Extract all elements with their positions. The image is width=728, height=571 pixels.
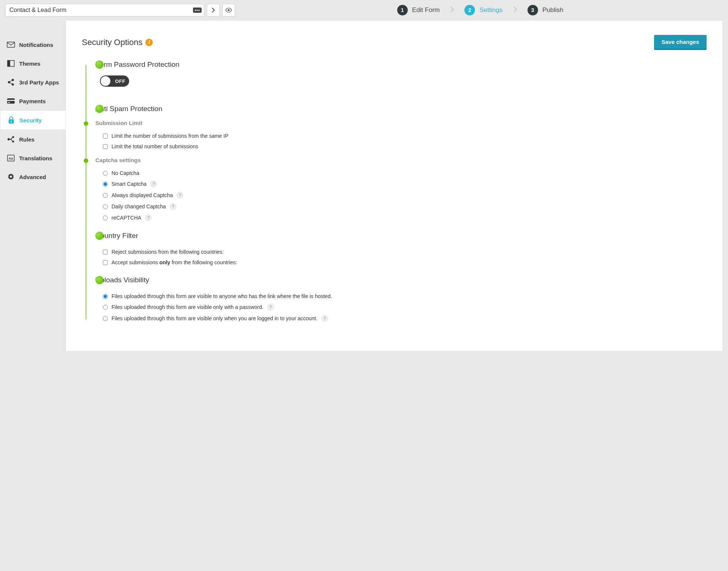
sidebar-item-themes[interactable]: Themes <box>0 54 66 73</box>
radio-option[interactable]: No Captcha <box>103 168 707 178</box>
chevron-right-icon <box>450 6 454 14</box>
option-label: reCAPTCHA <box>112 215 141 221</box>
sidebar-item-label: Advanced <box>19 174 46 180</box>
wizard-step-number: 2 <box>464 5 475 15</box>
radio-option[interactable]: Always displayed Captcha? <box>103 190 707 201</box>
help-icon[interactable]: ? <box>170 203 176 210</box>
option-label: Files uploaded through this form are vis… <box>112 293 332 299</box>
wizard-step-settings[interactable]: 2Settings <box>464 5 502 15</box>
timeline-node <box>95 105 104 113</box>
option-label: No Captcha <box>112 170 139 176</box>
radio[interactable] <box>103 215 108 220</box>
checkbox-option[interactable]: Limit the total number of submissions <box>103 141 707 152</box>
checkbox-option[interactable]: Limit the number of submissions from the… <box>103 131 707 141</box>
svg-rect-11 <box>11 121 12 122</box>
help-icon[interactable]: ? <box>176 192 183 199</box>
svg-point-6 <box>12 83 14 86</box>
mail-icon <box>7 41 15 49</box>
radio[interactable] <box>103 204 108 209</box>
checkbox-option[interactable]: Accept submissions only from the followi… <box>103 257 707 268</box>
form-name-input[interactable] <box>9 7 193 14</box>
form-name-field[interactable]: ••• <box>5 4 204 17</box>
chevron-right-icon <box>513 6 517 14</box>
help-icon[interactable]: ? <box>321 315 328 322</box>
radio[interactable] <box>103 182 108 187</box>
radio[interactable] <box>103 171 108 176</box>
checkbox-option[interactable]: Reject submissions from the following co… <box>103 247 707 257</box>
share-icon <box>7 78 15 86</box>
sidebar-item-label: Translations <box>19 155 52 161</box>
preview-button[interactable] <box>222 4 235 17</box>
section-country-filter: Country Filter <box>95 232 707 240</box>
checkbox[interactable] <box>103 260 108 265</box>
radio-option[interactable]: Files uploaded through this form are vis… <box>103 291 707 301</box>
option-label: Always displayed Captcha <box>112 192 173 198</box>
option-label: Reject submissions from the following co… <box>112 249 224 255</box>
sidebar-item-label: Notifications <box>19 42 53 48</box>
sidebar-item-label: Security <box>20 117 42 124</box>
radio[interactable] <box>103 294 108 299</box>
sidebar-item-notifications[interactable]: Notifications <box>0 35 66 54</box>
wizard-step-publish[interactable]: 3Publish <box>528 5 564 15</box>
lang-icon: Aa <box>7 154 15 162</box>
option-label: Smart Captcha <box>112 181 146 187</box>
option-label: Accept submissions only from the followi… <box>112 259 237 265</box>
help-icon[interactable]: ? <box>150 181 157 187</box>
radio[interactable] <box>103 305 108 310</box>
radio-option[interactable]: Daily changed Captcha? <box>103 201 707 212</box>
timeline-node <box>95 60 104 69</box>
branch-icon <box>7 135 15 143</box>
timeline-node <box>95 232 104 240</box>
svg-point-17 <box>10 176 12 178</box>
option-label: Files uploaded through this form are vis… <box>112 304 264 310</box>
section-password-protection: Form Password Protection <box>95 60 707 69</box>
sidebar-item-advanced[interactable]: Advanced <box>0 167 66 186</box>
option-label: Daily changed Captcha <box>112 203 166 209</box>
svg-rect-9 <box>8 102 10 103</box>
help-icon[interactable]: ? <box>145 214 152 221</box>
option-label: Limit the number of submissions from the… <box>112 133 228 139</box>
toggle-label: OFF <box>115 78 126 84</box>
timeline-node <box>95 276 104 284</box>
sidebar-item-payments[interactable]: Payments <box>0 92 66 110</box>
sidebar-item-label: 3rd Party Apps <box>19 79 59 86</box>
checkbox[interactable] <box>103 250 108 255</box>
svg-text:Aa: Aa <box>9 157 13 160</box>
password-toggle[interactable]: OFF <box>100 75 129 87</box>
chevron-right-icon <box>211 8 216 13</box>
checkbox[interactable] <box>103 144 108 149</box>
radio[interactable] <box>103 193 108 198</box>
info-icon[interactable]: i <box>145 39 153 46</box>
card-icon <box>7 97 15 105</box>
section-anti-spam: Anti Spam Protection <box>95 105 707 113</box>
sidebar-item-rules[interactable]: Rules <box>0 130 66 149</box>
sidebar-item-translations[interactable]: AaTranslations <box>0 149 66 167</box>
subheading-submission-limit: Submission Limit <box>95 120 707 126</box>
wizard-step-label: Publish <box>543 6 564 14</box>
sidebar-item-security[interactable]: Security <box>0 110 66 130</box>
help-icon[interactable]: ? <box>267 304 274 310</box>
svg-rect-1 <box>7 42 15 47</box>
svg-point-12 <box>8 138 10 140</box>
radio-option[interactable]: Files uploaded through this form are vis… <box>103 301 707 313</box>
radio-option[interactable]: Files uploaded through this form are vis… <box>103 313 707 324</box>
svg-point-5 <box>12 79 14 81</box>
sidebar-item-label: Payments <box>19 98 46 104</box>
radio[interactable] <box>103 316 108 321</box>
svg-point-0 <box>228 9 230 11</box>
sidebar-item-3rd-party-apps[interactable]: 3rd Party Apps <box>0 73 66 92</box>
wizard-step-edit-form[interactable]: 1Edit Form <box>397 5 440 15</box>
ellipsis-icon[interactable]: ••• <box>193 8 202 13</box>
wizard-step-label: Settings <box>479 6 502 14</box>
radio-option[interactable]: reCAPTCHA? <box>103 212 707 223</box>
checkbox[interactable] <box>103 134 108 139</box>
save-button[interactable]: Save changes <box>654 35 707 50</box>
section-uploads-visibility: Uploads Visibility <box>95 276 707 284</box>
radio-option[interactable]: Smart Captcha? <box>103 178 707 190</box>
sidebar-item-label: Themes <box>19 60 41 67</box>
lock-icon <box>7 116 15 124</box>
wizard-step-label: Edit Form <box>412 6 440 14</box>
timeline-subnode <box>84 121 88 126</box>
eye-icon <box>225 8 232 12</box>
next-button[interactable] <box>207 4 220 17</box>
